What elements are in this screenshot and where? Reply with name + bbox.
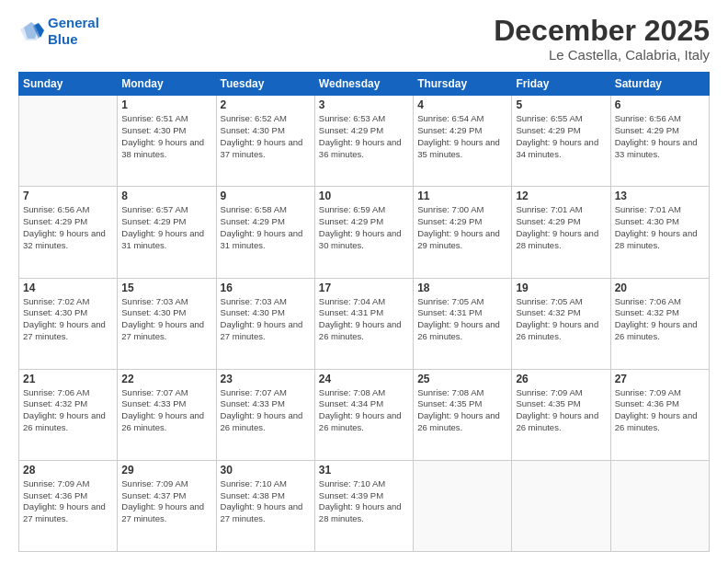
day-info: Sunrise: 7:02 AM Sunset: 4:30 PM Dayligh… (23, 296, 113, 343)
day-info: Sunrise: 7:03 AM Sunset: 4:30 PM Dayligh… (221, 296, 311, 343)
day-number: 7 (23, 190, 113, 202)
calendar-cell: 8Sunrise: 6:57 AM Sunset: 4:29 PM Daylig… (118, 187, 216, 278)
calendar-cell: 14Sunrise: 7:02 AM Sunset: 4:30 PM Dayli… (19, 278, 118, 369)
calendar-week-2: 7Sunrise: 6:56 AM Sunset: 4:29 PM Daylig… (19, 187, 710, 278)
day-number: 18 (417, 282, 507, 294)
day-info: Sunrise: 7:05 AM Sunset: 4:31 PM Dayligh… (417, 296, 507, 343)
logo: General Blue (18, 15, 99, 48)
calendar-cell: 12Sunrise: 7:01 AM Sunset: 4:29 PM Dayli… (512, 187, 610, 278)
calendar-table: Sunday Monday Tuesday Wednesday Thursday… (18, 72, 710, 552)
day-number: 29 (121, 464, 211, 477)
day-number: 10 (319, 190, 409, 202)
day-info: Sunrise: 6:51 AM Sunset: 4:30 PM Dayligh… (121, 113, 211, 160)
day-number: 26 (516, 373, 606, 385)
day-info: Sunrise: 7:05 AM Sunset: 4:32 PM Dayligh… (516, 296, 606, 343)
day-number: 15 (121, 282, 211, 294)
day-number: 20 (615, 282, 705, 294)
calendar-body: 1Sunrise: 6:51 AM Sunset: 4:30 PM Daylig… (19, 96, 710, 552)
day-number: 31 (319, 464, 409, 477)
day-info: Sunrise: 6:58 AM Sunset: 4:29 PM Dayligh… (221, 204, 311, 251)
calendar-cell (610, 460, 709, 551)
day-number: 23 (221, 373, 311, 385)
calendar-cell: 2Sunrise: 6:52 AM Sunset: 4:30 PM Daylig… (216, 96, 314, 187)
month-title: December 2025 (494, 15, 710, 47)
calendar-cell: 9Sunrise: 6:58 AM Sunset: 4:29 PM Daylig… (216, 187, 314, 278)
calendar-cell: 15Sunrise: 7:03 AM Sunset: 4:30 PM Dayli… (118, 278, 216, 369)
calendar-week-3: 14Sunrise: 7:02 AM Sunset: 4:30 PM Dayli… (19, 278, 710, 369)
calendar-cell: 13Sunrise: 7:01 AM Sunset: 4:30 PM Dayli… (610, 187, 709, 278)
day-info: Sunrise: 7:09 AM Sunset: 4:37 PM Dayligh… (121, 478, 211, 525)
calendar-cell: 5Sunrise: 6:55 AM Sunset: 4:29 PM Daylig… (512, 96, 610, 187)
calendar-cell: 3Sunrise: 6:53 AM Sunset: 4:29 PM Daylig… (314, 96, 413, 187)
day-info: Sunrise: 6:52 AM Sunset: 4:30 PM Dayligh… (221, 113, 311, 160)
day-number: 27 (615, 373, 705, 385)
calendar-cell: 18Sunrise: 7:05 AM Sunset: 4:31 PM Dayli… (414, 278, 512, 369)
logo-text: General Blue (48, 15, 99, 48)
col-tuesday: Tuesday (216, 73, 314, 96)
col-sunday: Sunday (19, 73, 118, 96)
calendar-cell (414, 460, 512, 551)
day-info: Sunrise: 6:53 AM Sunset: 4:29 PM Dayligh… (319, 113, 409, 160)
col-friday: Friday (512, 73, 610, 96)
day-number: 8 (121, 190, 211, 202)
calendar-cell (19, 96, 118, 187)
calendar-cell: 10Sunrise: 6:59 AM Sunset: 4:29 PM Dayli… (314, 187, 413, 278)
location: Le Castella, Calabria, Italy (494, 47, 710, 63)
day-number: 3 (319, 98, 409, 111)
calendar-cell: 31Sunrise: 7:10 AM Sunset: 4:39 PM Dayli… (314, 460, 413, 551)
col-thursday: Thursday (414, 73, 512, 96)
day-info: Sunrise: 7:08 AM Sunset: 4:34 PM Dayligh… (319, 387, 409, 434)
day-info: Sunrise: 7:07 AM Sunset: 4:33 PM Dayligh… (121, 387, 211, 434)
day-number: 6 (615, 98, 705, 111)
calendar-cell: 25Sunrise: 7:08 AM Sunset: 4:35 PM Dayli… (414, 369, 512, 460)
day-info: Sunrise: 7:04 AM Sunset: 4:31 PM Dayligh… (319, 296, 409, 343)
day-number: 30 (221, 464, 311, 477)
day-info: Sunrise: 7:03 AM Sunset: 4:30 PM Dayligh… (121, 296, 211, 343)
page: General Blue December 2025 Le Castella, … (0, 0, 728, 563)
day-number: 13 (615, 190, 705, 202)
day-number: 22 (121, 373, 211, 385)
calendar-week-1: 1Sunrise: 6:51 AM Sunset: 4:30 PM Daylig… (19, 96, 710, 187)
day-info: Sunrise: 6:54 AM Sunset: 4:29 PM Dayligh… (417, 113, 507, 160)
calendar-cell: 28Sunrise: 7:09 AM Sunset: 4:36 PM Dayli… (19, 460, 118, 551)
logo-icon (18, 20, 44, 42)
calendar-cell: 22Sunrise: 7:07 AM Sunset: 4:33 PM Dayli… (118, 369, 216, 460)
day-number: 24 (319, 373, 409, 385)
col-monday: Monday (118, 73, 216, 96)
day-number: 4 (417, 98, 507, 111)
day-number: 5 (516, 98, 606, 111)
day-number: 17 (319, 282, 409, 294)
day-info: Sunrise: 7:01 AM Sunset: 4:29 PM Dayligh… (516, 204, 606, 251)
day-number: 14 (23, 282, 113, 294)
day-number: 19 (516, 282, 606, 294)
day-info: Sunrise: 7:10 AM Sunset: 4:39 PM Dayligh… (319, 478, 409, 525)
day-info: Sunrise: 6:55 AM Sunset: 4:29 PM Dayligh… (516, 113, 606, 160)
day-info: Sunrise: 7:09 AM Sunset: 4:35 PM Dayligh… (516, 387, 606, 434)
title-section: December 2025 Le Castella, Calabria, Ita… (494, 15, 710, 63)
calendar-cell: 29Sunrise: 7:09 AM Sunset: 4:37 PM Dayli… (118, 460, 216, 551)
calendar-cell: 17Sunrise: 7:04 AM Sunset: 4:31 PM Dayli… (314, 278, 413, 369)
calendar-cell: 27Sunrise: 7:09 AM Sunset: 4:36 PM Dayli… (610, 369, 709, 460)
day-number: 25 (417, 373, 507, 385)
logo-line2: Blue (48, 31, 78, 47)
calendar-cell: 24Sunrise: 7:08 AM Sunset: 4:34 PM Dayli… (314, 369, 413, 460)
day-info: Sunrise: 7:09 AM Sunset: 4:36 PM Dayligh… (23, 478, 113, 525)
day-info: Sunrise: 7:01 AM Sunset: 4:30 PM Dayligh… (615, 204, 705, 251)
logo-line1: General (48, 15, 99, 30)
calendar-cell: 7Sunrise: 6:56 AM Sunset: 4:29 PM Daylig… (19, 187, 118, 278)
calendar-cell: 16Sunrise: 7:03 AM Sunset: 4:30 PM Dayli… (216, 278, 314, 369)
calendar-week-4: 21Sunrise: 7:06 AM Sunset: 4:32 PM Dayli… (19, 369, 710, 460)
day-number: 12 (516, 190, 606, 202)
calendar-cell: 6Sunrise: 6:56 AM Sunset: 4:29 PM Daylig… (610, 96, 709, 187)
day-info: Sunrise: 6:57 AM Sunset: 4:29 PM Dayligh… (121, 204, 211, 251)
day-number: 2 (221, 98, 311, 111)
calendar-cell: 19Sunrise: 7:05 AM Sunset: 4:32 PM Dayli… (512, 278, 610, 369)
day-number: 21 (23, 373, 113, 385)
col-saturday: Saturday (610, 73, 709, 96)
day-info: Sunrise: 7:06 AM Sunset: 4:32 PM Dayligh… (615, 296, 705, 343)
day-number: 11 (417, 190, 507, 202)
calendar-cell: 20Sunrise: 7:06 AM Sunset: 4:32 PM Dayli… (610, 278, 709, 369)
day-info: Sunrise: 7:08 AM Sunset: 4:35 PM Dayligh… (417, 387, 507, 434)
header: General Blue December 2025 Le Castella, … (18, 15, 710, 63)
calendar-cell: 30Sunrise: 7:10 AM Sunset: 4:38 PM Dayli… (216, 460, 314, 551)
